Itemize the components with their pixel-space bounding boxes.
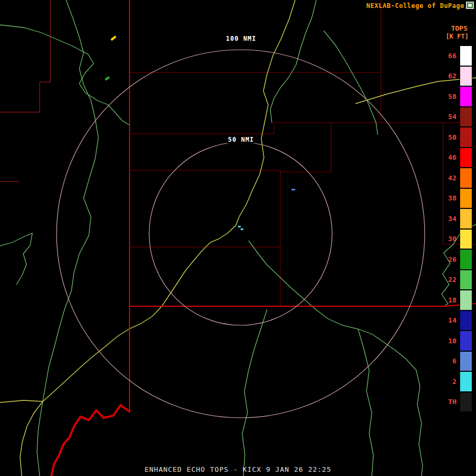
legend-entry: 18 — [437, 290, 472, 310]
river-lines — [0, 0, 476, 476]
legend-color-swatch — [460, 107, 472, 127]
legend-value-label: 30 — [437, 235, 460, 243]
legend-title: TOPS — [451, 24, 468, 32]
range-ring-100nmi — [57, 50, 425, 418]
legend-entry: 54 — [437, 107, 472, 127]
county-boundaries — [130, 0, 476, 306]
radar-echo — [105, 76, 110, 80]
range-rings — [57, 50, 425, 418]
highway — [0, 400, 43, 402]
river — [249, 241, 423, 476]
highway — [20, 0, 295, 476]
radar-map — [0, 0, 476, 476]
legend-value-label: 18 — [437, 296, 460, 304]
radar-display: NEXLAB-College of DuPage TOPS [K FT] 666… — [0, 0, 476, 476]
river — [0, 25, 129, 125]
legend-entry: 30 — [437, 229, 472, 250]
river — [270, 0, 316, 123]
radar-echo — [241, 228, 243, 230]
legend-entry: 34 — [437, 208, 472, 229]
legend-value-label: 62 — [437, 72, 460, 80]
legend-entry: 42 — [437, 168, 472, 188]
brand-text: NEXLAB-College of DuPage — [367, 2, 464, 10]
radar-echo — [111, 35, 116, 41]
legend-entry: 6 — [437, 351, 472, 372]
legend-entry: 10 — [437, 331, 472, 351]
legend-color-swatch — [460, 310, 472, 331]
river — [358, 329, 373, 476]
legend-value-label: 10 — [437, 337, 460, 345]
legend-color-swatch — [460, 127, 472, 148]
legend-value-label: 54 — [437, 113, 460, 121]
legend-entry: 14 — [437, 310, 472, 331]
legend-entry: 62 — [437, 66, 472, 87]
legend-entry: 38 — [437, 188, 472, 209]
legend-value-label: 38 — [437, 194, 460, 202]
river — [37, 0, 98, 476]
legend-color-swatch — [460, 66, 472, 87]
legend-color-swatch — [460, 188, 472, 209]
legend-value-label: 58 — [437, 93, 460, 100]
highway-lines — [0, 0, 476, 476]
radar-echo — [238, 226, 241, 227]
range-ring-label-50nmi: 50 NMI — [227, 136, 255, 143]
river — [324, 31, 378, 135]
river — [0, 233, 32, 285]
legend-value-label: 26 — [437, 255, 460, 263]
range-ring-label-100nmi: 100 NMI — [225, 35, 258, 42]
legend-color-swatch — [460, 351, 472, 372]
status-bar-text: ENHANCED ECHO TOPS - KICX 9 JAN 26 22:25 — [0, 465, 476, 473]
legend-value-label: 14 — [437, 316, 460, 324]
radar-echo — [291, 189, 295, 190]
legend-value-label: 50 — [437, 133, 460, 141]
state-boundaries — [130, 0, 476, 412]
legend-color-swatch — [460, 45, 472, 66]
legend-units: [K FT] — [446, 33, 469, 40]
legend-value-label: 46 — [437, 153, 460, 161]
legend-value-label: 6 — [437, 357, 460, 365]
legend-entry: TH — [437, 392, 472, 413]
legend-color-swatch — [460, 371, 472, 392]
legend-color-swatch — [460, 290, 472, 310]
legend-color-swatch — [460, 331, 472, 351]
legend-color-swatch — [460, 229, 472, 250]
river — [242, 309, 267, 476]
legend-color-swatch — [460, 249, 472, 270]
legend-entry: 50 — [437, 127, 472, 148]
legend-value-label: 42 — [437, 174, 460, 182]
legend-color-swatch — [460, 168, 472, 188]
legend-color-swatch — [460, 208, 472, 229]
legend-value-label: 22 — [437, 276, 460, 283]
legend-entry: 66 — [437, 45, 472, 66]
legend-color-swatch — [460, 86, 472, 107]
legend-value-label: 66 — [437, 52, 460, 60]
echo-layer — [105, 35, 295, 230]
legend-value-label: 2 — [437, 378, 460, 386]
legend-entry: 46 — [437, 148, 472, 168]
nv-county-boundaries — [0, 0, 50, 181]
legend-entry: 58 — [437, 86, 472, 107]
legend-value-label: 34 — [437, 215, 460, 223]
legend-entry: 22 — [437, 270, 472, 290]
legend-entry: 26 — [437, 249, 472, 270]
legend-entry: 2 — [437, 371, 472, 392]
legend-value-label: TH — [437, 398, 460, 406]
range-ring-50nmi — [149, 142, 332, 325]
legend-color-swatch — [460, 270, 472, 290]
legend-color-swatch — [460, 148, 472, 168]
legend-color-swatch — [460, 392, 472, 413]
legend-entries: 66625854504642383430262218141062TH — [437, 45, 472, 412]
cod-logo-icon — [466, 2, 474, 9]
